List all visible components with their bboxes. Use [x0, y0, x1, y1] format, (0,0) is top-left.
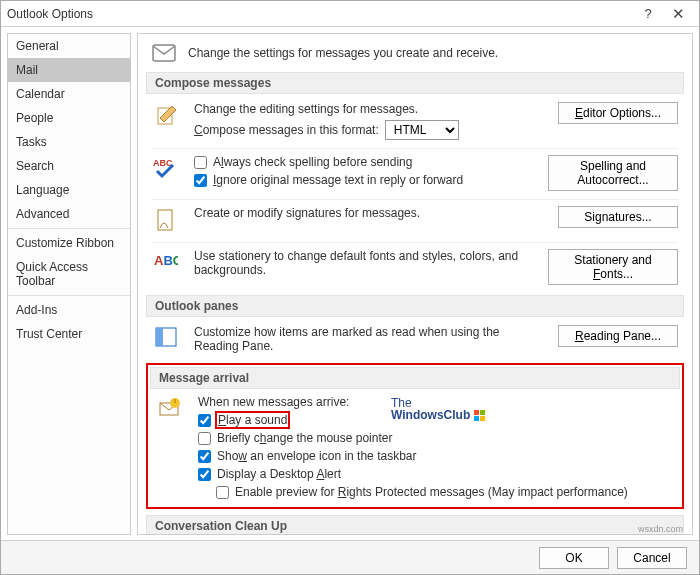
svg-rect-9: [174, 399, 176, 403]
compose-format-row: Compose messages in this format: HTML: [194, 120, 534, 140]
section-cleanup-header: Conversation Clean Up: [146, 515, 684, 535]
sidebar-item-trust-center[interactable]: Trust Center: [8, 322, 130, 346]
svg-rect-11: [480, 410, 485, 415]
section-compose-header: Compose messages: [146, 72, 684, 94]
sidebar-item-language[interactable]: Language: [8, 178, 130, 202]
section-panes-body: Customize how items are marked as read w…: [146, 323, 684, 363]
sidebar-item-tasks[interactable]: Tasks: [8, 130, 130, 154]
compose-format-select[interactable]: HTML: [385, 120, 459, 140]
sidebar-item-advanced[interactable]: Advanced: [8, 202, 130, 226]
editing-desc: Change the editing settings for messages…: [194, 102, 534, 116]
abc-check-icon: ABC: [152, 155, 180, 179]
window-title: Outlook Options: [7, 7, 633, 21]
watermark-text: wsxdn.com: [638, 524, 683, 534]
message-arrival-highlight: Message arrival When new messages arrive…: [146, 363, 684, 509]
sidebar-separator: [8, 228, 130, 229]
sidebar-item-search[interactable]: Search: [8, 154, 130, 178]
signature-icon: [152, 206, 180, 234]
svg-rect-6: [156, 328, 163, 346]
always-check-spelling-checkbox[interactable]: Always check spelling before sending: [194, 155, 534, 169]
reading-pane-row: Customize how items are marked as read w…: [152, 323, 678, 355]
reading-pane-button[interactable]: Reading Pane...: [558, 325, 678, 347]
compose-spelling-row: ABC Always check spelling before sending…: [152, 148, 678, 193]
windowsclub-logo: The WindowsClub: [391, 397, 486, 422]
sidebar-item-mail[interactable]: Mail: [8, 58, 130, 82]
main-area: General Mail Calendar People Tasks Searc…: [1, 27, 699, 535]
stationery-icon: ABC: [152, 249, 180, 271]
envelope-icon: [152, 44, 176, 62]
content-panel: Change the settings for messages you cre…: [137, 33, 693, 535]
compose-stationery-row: ABC Use stationery to change default fon…: [152, 242, 678, 287]
section-panes-header: Outlook panes: [146, 295, 684, 317]
help-button[interactable]: ?: [633, 3, 663, 25]
enable-preview-rights-checkbox[interactable]: Enable preview for Rights Protected mess…: [216, 485, 674, 499]
svg-rect-13: [480, 416, 485, 421]
sidebar-item-calendar[interactable]: Calendar: [8, 82, 130, 106]
signatures-button[interactable]: Signatures...: [558, 206, 678, 228]
svg-text:ABC: ABC: [154, 253, 178, 268]
section-arrival-header: Message arrival: [150, 367, 680, 389]
editor-options-button[interactable]: Editor Options...: [558, 102, 678, 124]
show-envelope-checkbox[interactable]: Show an envelope icon in the taskbar: [198, 449, 674, 463]
panes-desc: Customize how items are marked as read w…: [194, 325, 534, 353]
cancel-button[interactable]: Cancel: [617, 547, 687, 569]
bell-envelope-icon: [156, 395, 184, 419]
title-bar: Outlook Options ? ✕: [1, 1, 699, 27]
stationery-fonts-button[interactable]: Stationery and Fonts...: [548, 249, 678, 285]
sidebar: General Mail Calendar People Tasks Searc…: [7, 33, 131, 535]
editing-icon: [152, 102, 180, 128]
intro-text: Change the settings for messages you cre…: [188, 46, 498, 60]
briefly-change-pointer-checkbox[interactable]: Briefly change the mouse pointer: [198, 431, 674, 445]
sidebar-item-people[interactable]: People: [8, 106, 130, 130]
signatures-desc: Create or modify signatures for messages…: [194, 206, 534, 220]
sidebar-item-customize-ribbon[interactable]: Customize Ribbon: [8, 231, 130, 255]
stationery-desc: Use stationery to change default fonts a…: [194, 249, 534, 277]
svg-rect-0: [153, 45, 175, 61]
svg-rect-10: [474, 410, 479, 415]
sidebar-item-addins[interactable]: Add-Ins: [8, 298, 130, 322]
svg-rect-12: [474, 416, 479, 421]
close-button[interactable]: ✕: [663, 3, 693, 25]
spelling-autocorrect-button[interactable]: Spelling and Autocorrect...: [548, 155, 678, 191]
ok-button[interactable]: OK: [539, 547, 609, 569]
sidebar-item-quick-access[interactable]: Quick Access Toolbar: [8, 255, 130, 293]
sidebar-separator: [8, 295, 130, 296]
ignore-original-text-checkbox[interactable]: Ignore original message text in reply or…: [194, 173, 534, 187]
intro-row: Change the settings for messages you cre…: [146, 40, 684, 72]
dialog-footer: OK Cancel: [1, 540, 699, 574]
sidebar-item-general[interactable]: General: [8, 34, 130, 58]
compose-signatures-row: Create or modify signatures for messages…: [152, 199, 678, 236]
compose-editing-row: Change the editing settings for messages…: [152, 100, 678, 142]
display-desktop-alert-checkbox[interactable]: Display a Desktop Alert: [198, 467, 674, 481]
section-compose-body: Change the editing settings for messages…: [146, 100, 684, 295]
reading-pane-icon: [152, 325, 180, 347]
